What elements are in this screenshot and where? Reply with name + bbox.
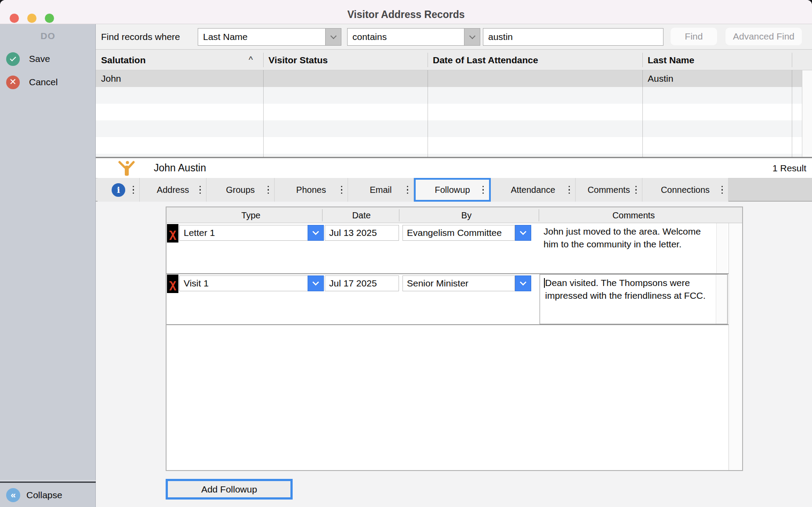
cancel-x-icon: ✕	[6, 76, 20, 89]
type-dropdown-button[interactable]	[308, 275, 324, 291]
find-button[interactable]: Find	[670, 27, 718, 46]
tab-menu-dots-icon[interactable]	[482, 186, 484, 194]
tab-label: Email	[370, 185, 392, 195]
column-header-date-of-last-attendance[interactable]: Date of Last Attendance	[428, 50, 642, 70]
tab-attendance[interactable]: Attendance	[491, 178, 576, 202]
tab-menu-dots-icon[interactable]	[133, 186, 134, 194]
column-separator	[263, 70, 264, 157]
tab-groups[interactable]: Groups	[207, 178, 275, 202]
tab-menu-dots-icon[interactable]	[721, 186, 723, 194]
tab-comments[interactable]: Comments	[576, 178, 642, 202]
sort-ascending-icon[interactable]: ^	[249, 50, 253, 70]
save-label: Save	[29, 54, 50, 64]
add-followup-button[interactable]: Add Followup	[166, 479, 293, 500]
tab-label: Groups	[226, 185, 255, 195]
followup-by-field[interactable]: Senior Minister	[402, 275, 515, 291]
chevron-down-icon	[520, 279, 527, 286]
cancel-button[interactable]: ✕ Cancel	[0, 75, 96, 90]
tab-menu-dots-icon[interactable]	[635, 186, 637, 194]
by-dropdown-button[interactable]	[515, 275, 531, 291]
text-caret	[544, 278, 545, 288]
tab-menu-dots-icon[interactable]	[569, 186, 570, 194]
followup-scrollbar[interactable]	[729, 223, 742, 470]
sidebar-divider	[0, 480, 96, 481]
chevron-down-icon[interactable]	[325, 29, 341, 45]
followup-header-separator	[322, 209, 323, 221]
type-dropdown-button[interactable]	[308, 225, 324, 241]
followup-comments-cell-focused[interactable]: Dean visited. The Thompsons were impress…	[540, 274, 728, 324]
column-header-salutation[interactable]: Salutation	[96, 50, 263, 70]
tab-label: Address	[157, 185, 189, 195]
sidebar-divider-dark	[0, 482, 96, 483]
chevron-down-icon	[312, 228, 319, 235]
save-check-icon	[6, 52, 20, 66]
tab-address[interactable]: Address	[140, 178, 207, 202]
header-separator	[792, 53, 792, 67]
field-select[interactable]: Last Name	[198, 28, 341, 46]
row-marker-icon[interactable]: χ	[167, 275, 178, 293]
search-input[interactable]: austin	[483, 28, 663, 46]
followup-column-by: By	[402, 207, 531, 223]
comments-text: Dean visited. The Thompsons were impress…	[545, 276, 707, 302]
by-dropdown-button[interactable]	[515, 225, 531, 241]
cell-visitor-status	[263, 70, 428, 87]
chevron-down-icon	[312, 279, 319, 286]
operator-select-value: contains	[348, 32, 464, 42]
tab-label: Followup	[435, 185, 470, 195]
tab-phones[interactable]: Phones	[275, 178, 348, 202]
collapse-label: Collapse	[26, 490, 62, 500]
cell-last-name: Austin	[642, 70, 792, 87]
field-select-value: Last Name	[198, 32, 325, 42]
column-header-last-name[interactable]: Last Name	[642, 50, 792, 70]
info-icon: i	[112, 183, 125, 197]
results-scrollbar[interactable]	[802, 70, 812, 157]
followup-type-field[interactable]: Letter 1	[179, 225, 308, 241]
find-records-where-label: Find records where	[101, 32, 180, 42]
table-row-selected[interactable]: John Austin	[96, 70, 802, 87]
chevron-down-icon[interactable]	[464, 29, 480, 45]
tab-menu-dots-icon[interactable]	[341, 186, 343, 194]
followup-date-field[interactable]: Jul 17 2025	[325, 275, 399, 291]
followup-column-comments: Comments	[540, 207, 728, 223]
comments-scrollbar[interactable]	[716, 275, 727, 324]
tab-menu-dots-icon[interactable]	[268, 186, 269, 194]
followup-by-field[interactable]: Evangelism Committee	[402, 225, 515, 241]
followup-column-type: Type	[178, 207, 324, 223]
sidebar	[0, 24, 96, 507]
followup-header-separator	[539, 209, 539, 221]
tab-menu-dots-icon[interactable]	[407, 186, 409, 194]
chevron-down-icon	[520, 228, 527, 235]
row-marker-icon[interactable]: χ	[167, 224, 178, 243]
table-row-empty[interactable]	[96, 104, 802, 120]
table-row-empty[interactable]	[96, 120, 802, 137]
followup-type-field[interactable]: Visit 1	[179, 275, 308, 291]
collapse-button[interactable]: « Collapse	[0, 488, 96, 503]
advanced-find-button[interactable]: Advanced Find	[725, 27, 802, 46]
result-count: 1 Result	[772, 158, 806, 178]
tab-bar-filler	[729, 178, 812, 201]
record-name: John Austin	[154, 158, 206, 178]
app-window: Visitor Address Records DO Save ✕ Cancel…	[0, 0, 812, 507]
tab-info[interactable]: i	[98, 178, 140, 202]
table-row-empty[interactable]	[96, 87, 802, 104]
tab-followup-selected[interactable]: Followup	[414, 178, 491, 202]
column-header-visitor-status[interactable]: Visitor Status	[263, 50, 428, 70]
tab-connections[interactable]: Connections	[642, 178, 729, 202]
column-separator	[642, 70, 643, 157]
tab-label: Phones	[296, 185, 326, 195]
followup-column-date: Date	[324, 207, 399, 223]
tab-label: Attendance	[511, 185, 555, 195]
comments-scrollbar[interactable]	[716, 223, 728, 273]
tab-label: Connections	[661, 185, 710, 195]
table-row-empty[interactable]	[96, 137, 802, 154]
followup-date-field[interactable]: Jul 13 2025	[325, 225, 399, 241]
tab-menu-dots-icon[interactable]	[199, 186, 201, 194]
save-button[interactable]: Save	[0, 51, 96, 66]
person-icon	[117, 161, 136, 176]
header-separator	[428, 53, 428, 67]
followup-comments-cell[interactable]: John just moved to the area. Welcome him…	[540, 223, 728, 273]
table-row-empty[interactable]	[96, 154, 802, 157]
tab-email[interactable]: Email	[348, 178, 414, 202]
operator-select[interactable]: contains	[347, 28, 480, 46]
header-separator	[263, 53, 264, 67]
